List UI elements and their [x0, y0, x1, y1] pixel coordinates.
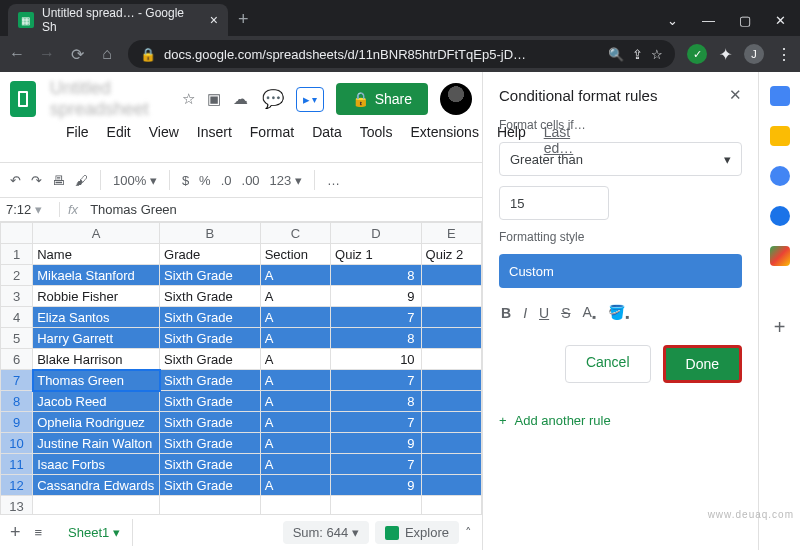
cell[interactable]: Isaac Forbs: [33, 454, 160, 475]
cell[interactable]: [421, 370, 481, 391]
cell[interactable]: 9: [331, 286, 422, 307]
number-format-select[interactable]: 123 ▾: [270, 173, 302, 188]
menu-data[interactable]: Data: [304, 122, 350, 158]
header-cell[interactable]: Section: [260, 244, 330, 265]
row-header[interactable]: 9: [1, 412, 33, 433]
cell[interactable]: Sixth Grade: [160, 328, 261, 349]
menu-edit[interactable]: Edit: [99, 122, 139, 158]
share-button[interactable]: 🔒 Share: [336, 83, 428, 115]
decrease-decimal-button[interactable]: .0: [221, 173, 232, 188]
row-header[interactable]: 7: [1, 370, 33, 391]
cell[interactable]: Cassandra Edwards: [33, 475, 160, 496]
row-header[interactable]: 1: [1, 244, 33, 265]
cell[interactable]: [421, 391, 481, 412]
undo-icon[interactable]: ↶: [10, 173, 21, 188]
menu-format[interactable]: Format: [242, 122, 302, 158]
close-tab-icon[interactable]: ×: [210, 12, 218, 28]
cell[interactable]: Jacob Reed: [33, 391, 160, 412]
calendar-icon[interactable]: [770, 86, 790, 106]
more-toolbar-icon[interactable]: …: [327, 173, 340, 188]
condition-value-input[interactable]: 15: [499, 186, 609, 220]
header-cell[interactable]: Grade: [160, 244, 261, 265]
cell[interactable]: A: [260, 412, 330, 433]
condition-select[interactable]: Greater than▾: [499, 142, 742, 176]
text-color-icon[interactable]: A▪: [582, 304, 595, 323]
kebab-menu-icon[interactable]: ⋮: [776, 45, 792, 64]
cell[interactable]: A: [260, 286, 330, 307]
cell[interactable]: Sixth Grade: [160, 286, 261, 307]
row-header[interactable]: 13: [1, 496, 33, 515]
cell[interactable]: [421, 286, 481, 307]
increase-decimal-button[interactable]: .00: [242, 173, 260, 188]
cell[interactable]: Sixth Grade: [160, 370, 261, 391]
document-title[interactable]: Untitled spreadsheet: [50, 78, 168, 120]
sheets-logo-icon[interactable]: [10, 81, 36, 117]
cell[interactable]: A: [260, 265, 330, 286]
chevron-up-icon[interactable]: ˄: [465, 525, 472, 540]
cell[interactable]: 10: [331, 349, 422, 370]
avatar[interactable]: [440, 83, 472, 115]
row-header[interactable]: 10: [1, 433, 33, 454]
sum-chip[interactable]: Sum: 644 ▾: [283, 521, 369, 544]
row-header[interactable]: 8: [1, 391, 33, 412]
column-header[interactable]: B: [160, 223, 261, 244]
cell[interactable]: Ophelia Rodriguez: [33, 412, 160, 433]
bold-icon[interactable]: B: [501, 305, 511, 321]
cell[interactable]: [421, 328, 481, 349]
extensions-icon[interactable]: ✦: [719, 45, 732, 64]
row-header[interactable]: 11: [1, 454, 33, 475]
cell[interactable]: A: [260, 370, 330, 391]
cell[interactable]: 9: [331, 433, 422, 454]
present-button[interactable]: ▸▾: [296, 87, 324, 112]
cell[interactable]: Sixth Grade: [160, 475, 261, 496]
maximize-icon[interactable]: ▢: [739, 13, 751, 28]
explore-button[interactable]: Explore: [375, 521, 459, 544]
currency-button[interactable]: $: [182, 173, 189, 188]
header-cell[interactable]: Quiz 1: [331, 244, 422, 265]
strikethrough-icon[interactable]: S: [561, 305, 570, 321]
profile-badge[interactable]: J: [744, 44, 764, 64]
new-tab-button[interactable]: +: [228, 3, 259, 36]
cell[interactable]: A: [260, 433, 330, 454]
cell[interactable]: 7: [331, 454, 422, 475]
column-header[interactable]: A: [33, 223, 160, 244]
percent-button[interactable]: %: [199, 173, 211, 188]
cell[interactable]: A: [260, 475, 330, 496]
search-icon[interactable]: 🔍: [608, 47, 624, 62]
back-icon[interactable]: ←: [8, 45, 26, 63]
name-box[interactable]: 7:12 ▾: [0, 202, 60, 217]
print-icon[interactable]: 🖶: [52, 173, 65, 188]
row-header[interactable]: 3: [1, 286, 33, 307]
paint-format-icon[interactable]: 🖌: [75, 173, 88, 188]
share-url-icon[interactable]: ⇪: [632, 47, 643, 62]
fill-color-icon[interactable]: 🪣▪: [608, 304, 629, 323]
comments-icon[interactable]: 💬: [262, 88, 284, 110]
cell[interactable]: [421, 454, 481, 475]
close-window-icon[interactable]: ✕: [775, 13, 786, 28]
cell[interactable]: A: [260, 454, 330, 475]
cell[interactable]: Thomas Green: [33, 370, 160, 391]
menu-tools[interactable]: Tools: [352, 122, 401, 158]
menu-file[interactable]: File: [58, 122, 97, 158]
cell[interactable]: [421, 412, 481, 433]
chevron-down-icon[interactable]: ⌄: [667, 13, 678, 28]
menu-view[interactable]: View: [141, 122, 187, 158]
menu-insert[interactable]: Insert: [189, 122, 240, 158]
redo-icon[interactable]: ↷: [31, 173, 42, 188]
header-cell[interactable]: Quiz 2: [421, 244, 481, 265]
cell[interactable]: A: [260, 328, 330, 349]
style-preview[interactable]: Custom: [499, 254, 742, 288]
reload-icon[interactable]: ⟳: [68, 45, 86, 64]
cell[interactable]: 7: [331, 370, 422, 391]
row-header[interactable]: 6: [1, 349, 33, 370]
cell[interactable]: Eliza Santos: [33, 307, 160, 328]
cell[interactable]: Sixth Grade: [160, 391, 261, 412]
cell[interactable]: Sixth Grade: [160, 307, 261, 328]
cell[interactable]: Sixth Grade: [160, 349, 261, 370]
italic-icon[interactable]: I: [523, 305, 527, 321]
cell[interactable]: 9: [331, 475, 422, 496]
select-all-cell[interactable]: [1, 223, 33, 244]
row-header[interactable]: 4: [1, 307, 33, 328]
underline-icon[interactable]: U: [539, 305, 549, 321]
add-sheet-icon[interactable]: +: [10, 522, 21, 543]
